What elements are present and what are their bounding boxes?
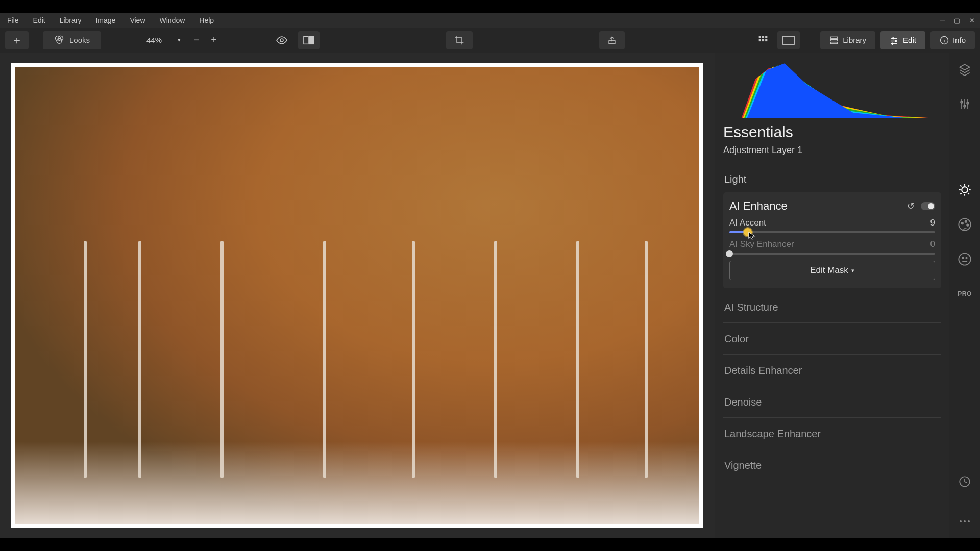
- looks-icon: [54, 34, 64, 46]
- menu-view[interactable]: View: [130, 16, 145, 24]
- tab-edit[interactable]: Edit: [880, 31, 925, 49]
- ai-sky-slider[interactable]: AI Sky Enhancer 0: [729, 239, 935, 255]
- svg-point-17: [892, 37, 894, 39]
- svg-rect-12: [765, 39, 767, 41]
- svg-rect-10: [759, 39, 761, 41]
- preview-eye-button[interactable]: [268, 31, 295, 49]
- grid-view-button[interactable]: [751, 31, 775, 49]
- pro-tab-icon[interactable]: PRO: [958, 287, 972, 301]
- creative-tab-icon[interactable]: [958, 217, 972, 232]
- svg-point-38: [960, 520, 962, 522]
- ai-accent-slider[interactable]: AI Accent 9: [729, 218, 935, 233]
- essentials-tab-icon[interactable]: [958, 183, 972, 197]
- zoom-value: 44%: [134, 36, 175, 44]
- group-label: AI Structure: [724, 302, 778, 313]
- crop-button[interactable]: [446, 31, 473, 49]
- window-minimize-icon[interactable]: ─: [940, 17, 945, 24]
- more-icon[interactable]: [958, 514, 972, 529]
- photo-preview: [15, 67, 699, 524]
- share-button[interactable]: [599, 31, 625, 49]
- plus-icon: ＋: [11, 33, 22, 48]
- tab-edit-label: Edit: [903, 36, 916, 44]
- adjust-icon[interactable]: [958, 97, 972, 111]
- zoom-out-button[interactable]: −: [188, 31, 205, 49]
- canvas-frame: [11, 63, 703, 528]
- chevron-down-icon: ▾: [178, 37, 181, 43]
- menu-help[interactable]: Help: [199, 16, 214, 24]
- group-landscape[interactable]: Landscape Enhancer: [723, 422, 941, 446]
- group-denoise[interactable]: Denoise: [723, 390, 941, 414]
- layer-name[interactable]: Adjustment Layer 1: [723, 145, 941, 156]
- svg-point-34: [959, 253, 970, 265]
- portrait-tab-icon[interactable]: [958, 252, 972, 266]
- group-label: Color: [724, 333, 749, 345]
- svg-rect-16: [830, 42, 838, 43]
- svg-point-36: [966, 258, 967, 259]
- svg-point-3: [280, 39, 283, 42]
- svg-rect-15: [830, 39, 838, 41]
- svg-point-40: [968, 520, 970, 522]
- svg-rect-13: [783, 36, 794, 44]
- menu-window[interactable]: Window: [160, 16, 185, 24]
- titlebar: File Edit Library Image View Window Help…: [0, 13, 980, 28]
- group-vignette[interactable]: Vignette: [723, 454, 941, 478]
- window-close-icon[interactable]: ✕: [969, 17, 975, 24]
- ai-sky-value: 0: [930, 239, 935, 249]
- tab-info-label: Info: [953, 36, 966, 44]
- canvas-area[interactable]: [0, 53, 715, 538]
- layers-icon[interactable]: [958, 62, 972, 77]
- svg-rect-9: [765, 36, 767, 38]
- panel-title: Essentials: [723, 123, 941, 141]
- edit-mask-label: Edit Mask: [810, 265, 848, 276]
- ai-accent-value: 9: [930, 218, 935, 228]
- window-maximize-icon[interactable]: ▢: [954, 17, 960, 24]
- menu-file[interactable]: File: [7, 16, 19, 24]
- svg-point-31: [962, 222, 963, 224]
- histogram[interactable]: [727, 62, 937, 118]
- mode-tabs: Library Edit Info: [820, 31, 975, 49]
- group-label: Denoise: [724, 396, 762, 408]
- menu-image[interactable]: Image: [95, 16, 115, 24]
- tab-info[interactable]: Info: [930, 31, 975, 49]
- looks-label: Looks: [69, 36, 90, 44]
- svg-point-33: [967, 224, 968, 226]
- group-light-label: Light: [724, 173, 746, 185]
- tab-library[interactable]: Library: [820, 31, 875, 49]
- svg-marker-25: [747, 63, 937, 118]
- history-icon[interactable]: [958, 474, 972, 489]
- group-ai-structure[interactable]: AI Structure: [723, 295, 941, 319]
- ai-sky-label: AI Sky Enhancer: [729, 239, 794, 249]
- svg-point-29: [962, 187, 968, 193]
- group-details-enhancer[interactable]: Details Enhancer: [723, 359, 941, 383]
- svg-rect-11: [762, 39, 764, 41]
- workspace: Essentials Adjustment Layer 1 Light AI E…: [0, 53, 980, 538]
- group-label: Details Enhancer: [724, 365, 802, 377]
- group-color[interactable]: Color: [723, 327, 941, 351]
- group-label: Landscape Enhancer: [724, 428, 821, 440]
- pro-label: PRO: [958, 290, 972, 297]
- right-panel: Essentials Adjustment Layer 1 Light AI E…: [715, 53, 980, 538]
- group-label: Vignette: [724, 460, 762, 471]
- looks-button[interactable]: Looks: [43, 31, 101, 49]
- svg-point-39: [964, 520, 966, 522]
- compare-button[interactable]: [298, 31, 320, 49]
- svg-rect-5: [309, 36, 314, 44]
- ai-enhance-card: AI Enhance ↺ AI Accent 9: [723, 192, 941, 288]
- panel-tab-rail: PRO: [949, 53, 980, 538]
- svg-rect-8: [762, 36, 764, 38]
- menu-library[interactable]: Library: [60, 16, 82, 24]
- undo-icon[interactable]: ↺: [907, 201, 915, 212]
- app-window: File Edit Library Image View Window Help…: [0, 13, 980, 538]
- ai-enhance-title: AI Enhance: [729, 199, 788, 213]
- edit-mask-button[interactable]: Edit Mask ▾: [729, 261, 935, 280]
- add-button[interactable]: ＋: [5, 31, 29, 49]
- main-toolbar: ＋ Looks 44% ▾ − +: [0, 28, 980, 53]
- toggle-switch[interactable]: [921, 202, 935, 210]
- zoom-dropdown[interactable]: 44% ▾: [127, 31, 188, 49]
- svg-rect-7: [759, 36, 761, 38]
- menu-edit[interactable]: Edit: [33, 16, 45, 24]
- single-view-button[interactable]: [777, 31, 800, 49]
- group-light[interactable]: Light: [723, 167, 941, 191]
- zoom-in-button[interactable]: +: [205, 31, 223, 49]
- svg-point-19: [892, 43, 893, 44]
